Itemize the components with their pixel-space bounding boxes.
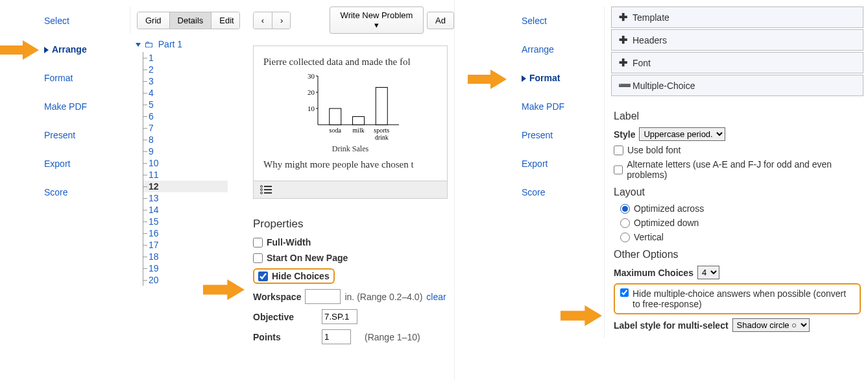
next-button[interactable]: › [272, 12, 291, 29]
pointer-arrow [0, 40, 39, 60]
tree-item[interactable]: 3 [143, 75, 228, 87]
tree-item[interactable]: 10 [143, 157, 228, 169]
chart-caption: Drink Sales [298, 144, 402, 154]
hide-choices-highlight: Hide Choices [253, 268, 335, 284]
pager-group: ‹ › [253, 12, 291, 29]
tree-item[interactable]: 16 [143, 227, 228, 239]
svg-text:drink: drink [375, 134, 389, 141]
points-input[interactable] [322, 329, 351, 344]
max-choices-select[interactable]: 4 [697, 266, 719, 279]
tree-item[interactable]: 6 [143, 110, 228, 122]
tree-item[interactable]: 12 [143, 181, 228, 192]
tree-item[interactable]: 17 [143, 239, 228, 251]
accordion-item-template[interactable]: ✚Template [611, 6, 863, 28]
tree-item[interactable]: 19 [143, 262, 228, 274]
other-options-heading: Other Options [614, 249, 861, 260]
accordion-label: Template [633, 12, 669, 23]
sidebar2-item-select[interactable]: Select [516, 6, 604, 35]
sidebar-item-export[interactable]: Export [39, 149, 127, 178]
plus-icon: ✚ [618, 57, 627, 69]
tree-item[interactable]: 7 [143, 122, 228, 134]
full-width-checkbox[interactable] [253, 238, 263, 247]
sidebar-item-format[interactable]: Format [39, 64, 127, 92]
svg-marker-22 [203, 279, 245, 300]
svg-rect-13 [376, 88, 387, 125]
tree-item[interactable]: 18 [143, 251, 228, 262]
sidebar-item-label: Format [529, 73, 560, 83]
grid-button[interactable]: Grid [138, 12, 170, 29]
layout-radio-0[interactable] [620, 204, 630, 214]
write-new-problem-button[interactable]: Write New Problem [330, 6, 424, 34]
svg-marker-23 [468, 70, 507, 89]
sidebar2-item-arrange[interactable]: Arrange [516, 35, 604, 64]
workspace-input[interactable] [305, 289, 341, 304]
sidebar2-item-present[interactable]: Present [516, 121, 604, 149]
layout-radio-1[interactable] [620, 218, 630, 228]
sidebar2-item-export[interactable]: Export [516, 149, 604, 178]
view-mode-group: Grid Details Edit [137, 12, 240, 29]
plus-icon: ✚ [618, 34, 627, 46]
tree-item[interactable]: 13 [143, 192, 228, 204]
objective-input[interactable] [322, 309, 357, 324]
layout-heading: Layout [614, 186, 861, 198]
svg-point-20 [261, 192, 263, 194]
workspace-label: Workspace [253, 292, 301, 302]
tree-item[interactable]: 5 [143, 99, 228, 110]
problem-text-2: Why might more people have chosen t [263, 159, 437, 170]
chevron-right-icon [44, 47, 49, 53]
points-label: Points [253, 332, 318, 342]
svg-point-18 [261, 189, 263, 191]
start-new-page-checkbox[interactable] [253, 253, 263, 263]
accordion-item-multiple-choice[interactable]: ➖Multiple-Choice [611, 75, 863, 96]
svg-text:30: 30 [307, 73, 315, 80]
svg-rect-11 [353, 117, 365, 125]
start-new-page-label: Start On New Page [267, 253, 348, 263]
tree-item[interactable]: 8 [143, 134, 228, 146]
sidebar-item-present[interactable]: Present [39, 121, 127, 149]
sidebar2-item-format[interactable]: Format [516, 64, 604, 92]
hide-mc-checkbox[interactable] [620, 288, 629, 297]
accordion-item-headers[interactable]: ✚Headers [611, 29, 863, 51]
workspace-clear-link[interactable]: clear [426, 292, 446, 302]
tree-item[interactable]: 2 [143, 64, 228, 75]
hide-choices-checkbox[interactable] [258, 272, 268, 281]
tree-item[interactable]: 1 [143, 52, 228, 64]
layout-radio-label: Optimized down [634, 218, 699, 228]
sidebar-item-arrange[interactable]: Arrange [39, 35, 127, 64]
sidebar-item-score[interactable]: Score [39, 178, 127, 207]
sidebar2-item-score[interactable]: Score [516, 178, 604, 207]
format-panel: ✚Template✚Headers✚Font➖Multiple-Choice L… [604, 6, 863, 338]
tree-part[interactable]: 🗀 Part 1 [136, 39, 228, 49]
svg-text:10: 10 [307, 105, 315, 112]
tree-item[interactable]: 14 [143, 204, 228, 216]
alternate-letters-label: Alternate letters (use A-E and F-J for o… [627, 159, 861, 180]
tree-item[interactable]: 11 [143, 169, 228, 181]
style-select[interactable]: Uppercase period. [639, 127, 725, 141]
multi-select-style-select[interactable]: Shadow circle ○ [732, 318, 810, 332]
nav-sidebar: Select Arrange Format Make PDF Present E… [39, 6, 127, 207]
details-button[interactable]: Details [170, 12, 212, 29]
plus-icon: ✚ [618, 11, 627, 23]
edit-button[interactable]: Edit [211, 12, 239, 29]
sidebar-item-label: Arrange [52, 44, 87, 55]
tree-item[interactable]: 15 [143, 216, 228, 227]
tree-item[interactable]: 9 [143, 146, 228, 157]
bold-font-checkbox[interactable] [614, 146, 623, 155]
chevron-down-icon [136, 43, 141, 47]
sidebar-item-select[interactable]: Select [39, 6, 127, 35]
layout-radio-2[interactable] [620, 233, 630, 242]
folder-icon: 🗀 [144, 39, 153, 49]
hide-mc-label: Hide multiple-choice answers when possib… [633, 288, 854, 309]
properties-panel: Properties Full-Width Start On New Page … [253, 218, 448, 349]
add-button[interactable]: Ad [427, 12, 454, 29]
view-toolbar: Grid Details Edit ‹ › Write New Problem … [137, 6, 454, 34]
sidebar2-item-makepdf[interactable]: Make PDF [516, 92, 604, 121]
hide-choices-label: Hide Choices [272, 271, 330, 281]
accordion-item-font[interactable]: ✚Font [611, 52, 863, 73]
sidebar-item-makepdf[interactable]: Make PDF [39, 92, 127, 121]
alternate-letters-checkbox[interactable] [614, 165, 623, 175]
tree-item[interactable]: 4 [143, 87, 228, 99]
problem-preview: Pierre collected data and made the fol 1… [253, 45, 448, 199]
prev-button[interactable]: ‹ [254, 12, 272, 29]
workspace-hint: in. (Range 0.2–4.0) [344, 292, 422, 302]
